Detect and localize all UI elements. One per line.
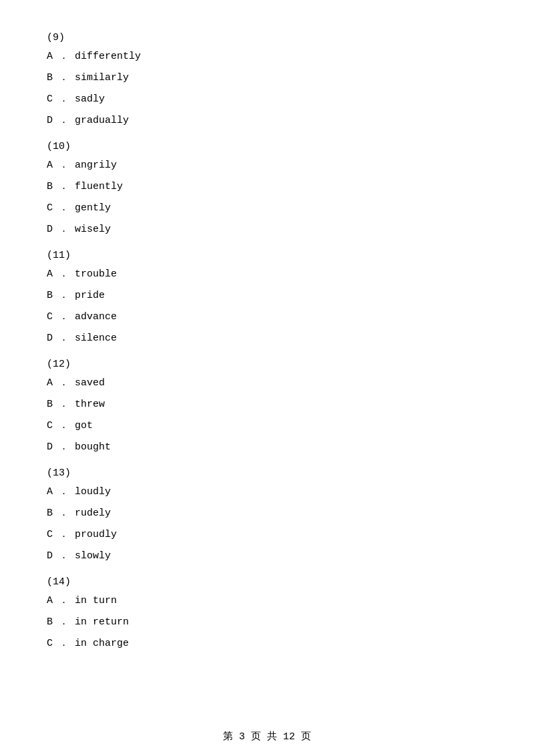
option-1-3: D ． wisely xyxy=(47,222,487,238)
option-1-1: B ． fluently xyxy=(47,179,487,195)
option-2-3: D ． silence xyxy=(47,331,487,347)
option-4-3: D ． slowly xyxy=(47,548,487,564)
option-5-2: C ． in charge xyxy=(47,636,487,652)
option-0-3: D ． gradually xyxy=(47,113,487,129)
option-3-1: B ． threw xyxy=(47,397,487,413)
option-2-1: B ． pride xyxy=(47,288,487,304)
option-0-0: A ． differently xyxy=(47,49,487,65)
option-0-1: B ． similarly xyxy=(47,70,487,86)
option-4-1: B ． rudely xyxy=(47,506,487,522)
question-number-2: (11) xyxy=(47,250,487,261)
footer-text: 第 3 页 共 12 页 xyxy=(223,731,311,743)
option-5-1: B ． in return xyxy=(47,614,487,630)
main-content: (9)A ． differentlyB ． similarlyC ． sadly… xyxy=(0,0,534,697)
option-2-2: C ． advance xyxy=(47,309,487,325)
question-number-1: (10) xyxy=(47,141,487,152)
option-4-0: A ． loudly xyxy=(47,484,487,500)
option-5-0: A ． in turn xyxy=(47,593,487,609)
question-number-3: (12) xyxy=(47,359,487,370)
question-number-4: (13) xyxy=(47,467,487,479)
option-4-2: C ． proudly xyxy=(47,527,487,543)
option-2-0: A ． trouble xyxy=(47,266,487,282)
question-number-5: (14) xyxy=(47,576,487,588)
option-3-0: A ． saved xyxy=(47,375,487,391)
question-number-0: (9) xyxy=(47,32,487,43)
option-1-0: A ． angrily xyxy=(47,158,487,174)
option-3-2: C ． got xyxy=(47,418,487,434)
option-3-3: D ． bought xyxy=(47,439,487,455)
option-1-2: C ． gently xyxy=(47,200,487,216)
page-footer: 第 3 页 共 12 页 xyxy=(0,730,534,743)
option-0-2: C ． sadly xyxy=(47,91,487,108)
